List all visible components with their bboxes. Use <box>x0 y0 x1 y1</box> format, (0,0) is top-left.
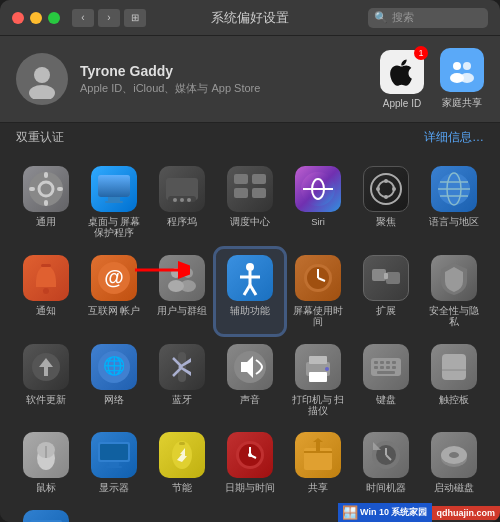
family-share-icon <box>440 48 484 92</box>
lang-icon <box>431 166 477 212</box>
back-button[interactable]: ‹ <box>72 9 94 27</box>
svg-point-46 <box>180 280 196 292</box>
icon-item-keyboard[interactable]: 键盘 <box>352 338 420 423</box>
users-label: 用户与群组 <box>157 305 207 316</box>
icon-item-siri[interactable]: Siri <box>284 160 352 245</box>
general-icon <box>23 166 69 212</box>
svg-point-29 <box>378 181 394 197</box>
forward-button[interactable]: › <box>98 9 120 27</box>
svg-point-44 <box>183 268 193 278</box>
icon-item-general[interactable]: 通用 <box>12 160 80 245</box>
icon-item-users[interactable]: 用户与群组 <box>148 249 216 334</box>
search-box[interactable]: 🔍 搜索 <box>368 8 488 28</box>
svg-line-51 <box>250 285 256 295</box>
dock-label: 程序坞 <box>167 216 197 227</box>
avatar <box>16 53 68 105</box>
svg-rect-9 <box>44 200 48 206</box>
double-auth-link[interactable]: 详细信息… <box>424 129 484 146</box>
icon-item-mouse[interactable]: 鼠标 <box>12 426 80 499</box>
svg-point-18 <box>173 198 177 202</box>
icon-item-focus[interactable]: 聚焦 <box>352 160 420 245</box>
svg-rect-15 <box>105 201 123 203</box>
dock-icon <box>159 166 205 212</box>
display-label: 显示器 <box>99 482 129 493</box>
titlebar: ‹ › ⊞ 系统偏好设置 🔍 搜索 <box>0 0 500 36</box>
icon-item-printer[interactable]: 打印机与 扫描仪 <box>284 338 352 423</box>
icon-item-dock[interactable]: 程序坞 <box>148 160 216 245</box>
family-share-button[interactable]: 家庭共享 <box>440 48 484 110</box>
datetime-icon <box>227 432 273 478</box>
apple-id-label: Apple ID <box>383 98 421 109</box>
access-label: 辅助功能 <box>230 305 270 316</box>
apple-id-button[interactable]: 1 Apple ID <box>380 50 424 109</box>
family-share-label: 家庭共享 <box>442 96 482 110</box>
svg-text:@: @ <box>104 266 124 288</box>
update-icon <box>23 344 69 390</box>
icon-item-extension[interactable]: 扩展 <box>352 249 420 334</box>
svg-rect-74 <box>386 361 390 364</box>
svg-rect-14 <box>108 197 120 201</box>
svg-text:🌐: 🌐 <box>103 355 126 377</box>
svg-point-1 <box>29 85 55 99</box>
close-button[interactable] <box>12 12 24 24</box>
svg-rect-40 <box>41 264 51 267</box>
icon-item-switch[interactable]: SwitchResX <box>12 504 80 522</box>
switch-icon <box>23 510 69 522</box>
timemachine-icon <box>363 432 409 478</box>
icon-item-startup[interactable]: 启动磁盘 <box>420 426 488 499</box>
icon-item-sound[interactable]: 声音 <box>216 338 284 423</box>
icon-item-access[interactable]: 辅助功能 <box>216 249 284 334</box>
watermark-url: qdhuajin.com <box>432 506 501 520</box>
window-title: 系统偏好设置 <box>211 9 289 27</box>
focus-label: 聚焦 <box>376 216 396 227</box>
svg-rect-79 <box>392 366 396 369</box>
desktop-icon <box>91 166 137 212</box>
network-icon: 🌐 <box>91 344 137 390</box>
icon-item-datetime[interactable]: 日期与时间 <box>216 426 284 499</box>
svg-point-70 <box>325 367 329 371</box>
svg-point-47 <box>246 263 254 271</box>
icon-item-network[interactable]: 🌐网络 <box>80 338 148 423</box>
icon-item-desktop[interactable]: 桌面与 屏幕保护程序 <box>80 160 148 245</box>
bluetooth-label: 蓝牙 <box>172 394 192 405</box>
svg-point-5 <box>460 73 474 83</box>
icon-item-security[interactable]: 安全性与隐私 <box>420 249 488 334</box>
traffic-lights <box>12 12 60 24</box>
icon-item-lang[interactable]: 语言与地区 <box>420 160 488 245</box>
icon-item-battery[interactable]: 节能 <box>148 426 216 499</box>
svg-rect-76 <box>374 366 378 369</box>
svg-rect-88 <box>109 462 119 466</box>
icon-item-internet[interactable]: @互联网 帐户 <box>80 249 148 334</box>
watermark-logo: 🪟 Win 10 系统家园 <box>338 503 431 522</box>
profile-icons: 1 Apple ID 家庭共享 <box>380 48 484 110</box>
svg-rect-56 <box>372 269 386 281</box>
extension-icon <box>363 255 409 301</box>
grid-view-button[interactable]: ⊞ <box>124 9 146 27</box>
icon-item-bluetooth[interactable]: 蓝牙 <box>148 338 216 423</box>
icon-item-share[interactable]: 共享 <box>284 426 352 499</box>
icon-item-screentime[interactable]: 屏幕使用时间 <box>284 249 352 334</box>
svg-rect-77 <box>380 366 384 369</box>
icon-item-mission[interactable]: 调度中心 <box>216 160 284 245</box>
battery-icon <box>159 432 205 478</box>
maximize-button[interactable] <box>48 12 60 24</box>
users-icon <box>159 255 205 301</box>
lang-label: 语言与地区 <box>429 216 479 227</box>
trackpad-icon <box>431 344 477 390</box>
minimize-button[interactable] <box>30 12 42 24</box>
icon-item-notify[interactable]: 通知 <box>12 249 80 334</box>
icon-item-trackpad[interactable]: 触控板 <box>420 338 488 423</box>
search-placeholder: 搜索 <box>392 10 414 25</box>
icon-item-update[interactable]: 软件更新 <box>12 338 80 423</box>
svg-point-31 <box>384 195 388 199</box>
bluetooth-icon <box>159 344 205 390</box>
general-label: 通用 <box>36 216 56 227</box>
icon-item-timemachine[interactable]: 时间机器 <box>352 426 420 499</box>
startup-icon <box>431 432 477 478</box>
svg-point-30 <box>384 179 388 183</box>
icon-item-display[interactable]: 显示器 <box>80 426 148 499</box>
siri-label: Siri <box>311 216 325 227</box>
main-content: 通用桌面与 屏幕保护程序程序坞调度中心Siri聚焦语言与地区通知@互联网 帐户用… <box>0 152 500 522</box>
notify-label: 通知 <box>36 305 56 316</box>
search-icon: 🔍 <box>374 11 388 24</box>
